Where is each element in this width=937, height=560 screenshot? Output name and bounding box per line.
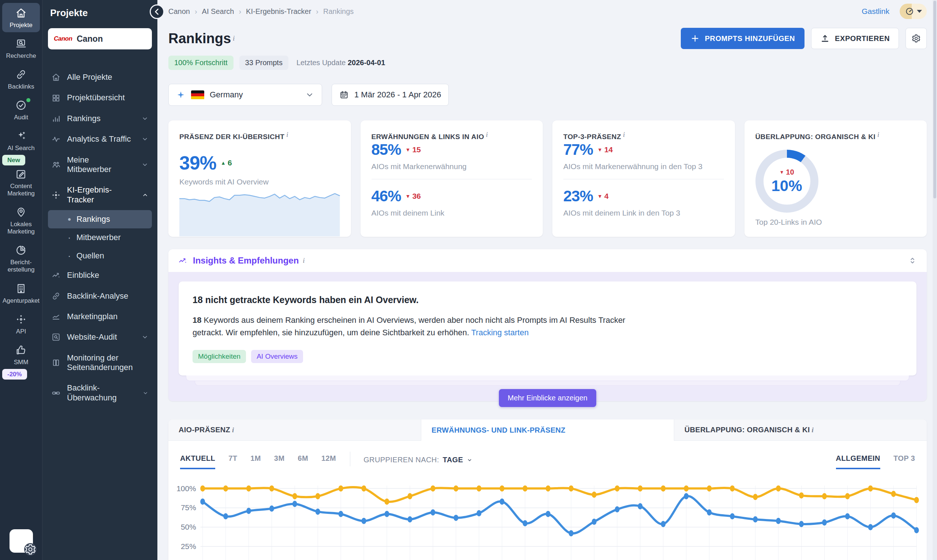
- rail-item-backlinks[interactable]: Backlinks: [2, 65, 40, 94]
- sidebar-item-backlink-berwachung[interactable]: Backlink-Überwachung: [48, 378, 152, 408]
- notification-dot: [26, 98, 31, 102]
- country-select[interactable]: Germany: [168, 84, 322, 106]
- info-icon: i: [233, 34, 235, 43]
- breadcrumb-item[interactable]: KI-Ergebnis-Tracker: [246, 7, 311, 16]
- svg-text:25%: 25%: [181, 542, 196, 551]
- info-icon[interactable]: i: [623, 131, 625, 138]
- rail-item-bericht-erstellung[interactable]: Bericht- erstellung: [2, 240, 40, 277]
- trend-icon: [51, 271, 61, 280]
- sidebar-item-analytics-traffic[interactable]: Analytics & Traffic: [48, 129, 152, 149]
- view-allgemein[interactable]: ALLGEMEIN: [836, 454, 880, 469]
- insight-tag[interactable]: AI Overviews: [251, 350, 303, 363]
- breadcrumb-item[interactable]: Canon: [168, 7, 190, 16]
- insights-title: Insights & Empfehlungen: [193, 255, 298, 266]
- tab--berlappung-organisch-ki[interactable]: ÜBERLAPPUNG: ORGANISCH & KIi: [674, 420, 927, 441]
- project-selector[interactable]: Canon Canon: [48, 28, 152, 49]
- chevron-down-icon: [141, 334, 149, 341]
- sidebar-subitem-mitbewerber[interactable]: ·Mitbewerber: [48, 228, 152, 247]
- insight-stack-edge: [195, 381, 900, 386]
- breadcrumb-separator: ›: [316, 7, 318, 16]
- insight-tag[interactable]: Möglichkeiten: [192, 350, 246, 363]
- sidebar-item-website-audit[interactable]: Website-Audit: [48, 327, 152, 347]
- insight-card: 18 nicht getrackte Keywords haben ein AI…: [178, 282, 917, 375]
- group-by-control[interactable]: GRUPPIEREN NACH:TAGE: [363, 456, 472, 469]
- settings-button[interactable]: [906, 28, 927, 49]
- rail-item-agenturpaket[interactable]: Agenturpaket: [2, 278, 40, 308]
- range-12m[interactable]: 12M: [322, 454, 336, 469]
- tab-erw-hnungs-und-link-pr-senz[interactable]: ERWÄHNUNGS- UND LINK-PRÄSENZ: [421, 420, 674, 441]
- info-icon[interactable]: i: [486, 131, 488, 138]
- collapse-sidebar-button[interactable]: [150, 5, 164, 19]
- info-icon: i: [232, 426, 234, 434]
- info-icon[interactable]: i: [286, 131, 288, 138]
- tab-aio-pr-senz[interactable]: AIO-PRÄSENZi: [168, 420, 421, 441]
- progress-badge: 100% Fortschritt: [168, 55, 234, 70]
- rail-item-ai-search[interactable]: AI Search: [2, 126, 40, 155]
- add-prompts-button[interactable]: PROMPTS HINZUFÜGEN: [681, 28, 805, 49]
- rail-item-api[interactable]: API: [2, 309, 40, 338]
- sidebar-item-rankings[interactable]: Rankings: [48, 108, 152, 129]
- insight-card-text: 18 Keywords aus deinem Ranking erscheine…: [192, 314, 657, 339]
- breadcrumb-separator: ›: [238, 7, 241, 16]
- range-1m[interactable]: 1M: [250, 454, 261, 469]
- pencil-square-icon: [15, 168, 27, 180]
- tracking-start-link[interactable]: Tracking starten: [471, 328, 529, 337]
- sidebar-item-alle-projekte[interactable]: Alle Projekte: [48, 67, 152, 88]
- workspace-avatar[interactable]: [9, 529, 33, 553]
- status-badges: 100% Fortschritt 33 Prompts Letztes Upda…: [168, 55, 927, 70]
- germany-flag-icon: [191, 91, 204, 100]
- chart-card: AIO-PRÄSENZiERWÄHNUNGS- UND LINK-PRÄSENZ…: [168, 420, 927, 560]
- sidebar-item-monitoring-der-seiten-nderungen[interactable]: Monitoring der Seitenänderungen: [48, 348, 152, 378]
- range-aktuell[interactable]: AKTUELL: [180, 454, 215, 469]
- range-3m[interactable]: 3M: [274, 454, 285, 469]
- rail-item-content-marketing[interactable]: Content Marketing: [2, 164, 40, 201]
- stat-card-top3: TOP-3-PRÄSENZi 77% ▼14 AIOs mit Markener…: [552, 120, 735, 237]
- line-chart: 100%75%50%25%0%01 Mär02 Mär03 Mär04 Mär0…: [171, 480, 925, 560]
- sidebar-item-projekt-bersicht[interactable]: Projektübersicht: [48, 88, 152, 108]
- show-more-insights-button[interactable]: Mehr Einblicke anzeigen: [499, 389, 596, 407]
- insight-card-title: 18 nicht getrackte Keywords haben ein AI…: [192, 295, 903, 305]
- metric-mentions: 85% ▼15 AIOs mit Markenerwähnung: [371, 141, 532, 171]
- guest-link[interactable]: Gastlink: [862, 7, 889, 16]
- discount-badge: -20%: [2, 369, 27, 380]
- rail-item-recherche[interactable]: Recherche: [2, 34, 40, 63]
- date-range-value: 1 Mär 2026 - 1 Apr 2026: [354, 90, 441, 100]
- page-title: Rankings: [168, 31, 231, 46]
- sidebar-item-ki-ergebnis-tracker[interactable]: KI-Ergebnis-Tracker: [48, 180, 152, 210]
- info-icon[interactable]: i: [877, 131, 879, 138]
- projects-panel: Projekte Canon Canon Alle ProjekteProjek…: [42, 0, 157, 560]
- date-range-picker[interactable]: 1 Mär 2026 - 1 Apr 2026: [332, 84, 449, 106]
- sidebar-item-backlink-analyse[interactable]: Backlink-Analyse: [48, 286, 152, 306]
- view-top-3[interactable]: TOP 3: [894, 454, 915, 469]
- grid-icon: [51, 93, 61, 103]
- avatar-settings-gear-icon[interactable]: [24, 543, 37, 555]
- topbar: Canon›AI Search›KI-Ergebnis-Tracker›Rank…: [168, 0, 927, 23]
- rail-item-audit[interactable]: Audit: [2, 95, 40, 125]
- sidebar-item-marketingplan[interactable]: Marketingplan: [48, 306, 152, 327]
- link-icon: [15, 68, 27, 80]
- sidebar-item-einblicke[interactable]: Einblicke: [48, 265, 152, 286]
- info-icon[interactable]: i: [303, 257, 305, 265]
- api-nodes-icon: [15, 313, 27, 325]
- info-icon: i: [812, 426, 814, 434]
- insights-collapse-control[interactable]: [908, 256, 917, 265]
- range-7t[interactable]: 7T: [228, 454, 237, 469]
- breadcrumb-item[interactable]: AI Search: [202, 7, 234, 16]
- sidebar-subitem-quellen[interactable]: ·Quellen: [48, 247, 152, 265]
- sidebar-item-meine-mitbewerber[interactable]: Meine Mitbewerber: [48, 150, 152, 180]
- check-circle-icon: [15, 99, 27, 111]
- plus-icon: [690, 34, 700, 43]
- rail-item-lokales-marketing[interactable]: Lokales Marketing: [2, 202, 40, 238]
- insights-header: Insights & Empfehlungeni: [168, 249, 927, 272]
- account-menu[interactable]: [900, 4, 927, 19]
- insights-section: Insights & Empfehlungeni 18 nicht getrac…: [168, 249, 927, 401]
- sidebar-subitem-rankings[interactable]: •Rankings: [48, 210, 152, 228]
- rail-item-smm[interactable]: SMM: [2, 340, 40, 369]
- donut-caption: Top 20-Links in AIO: [755, 218, 822, 226]
- export-button[interactable]: EXPORTIEREN: [811, 28, 899, 49]
- range-6m[interactable]: 6M: [298, 454, 308, 469]
- panel-title: Projekte: [48, 7, 152, 18]
- rail-item-projekte[interactable]: Projekte: [2, 3, 40, 32]
- calendar-icon: [339, 90, 349, 100]
- page-scrollbar[interactable]: [932, 0, 937, 560]
